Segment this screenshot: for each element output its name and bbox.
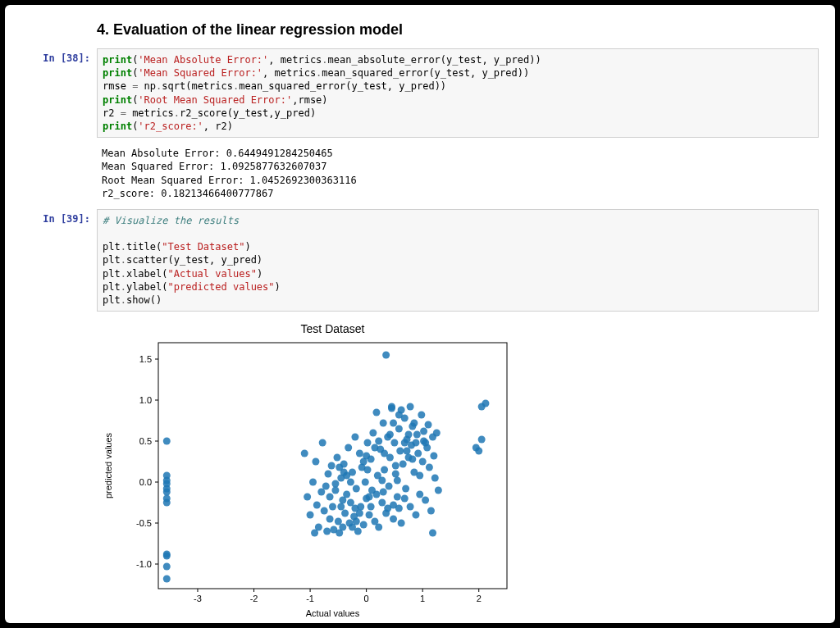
svg-point-83 — [375, 524, 382, 531]
svg-point-176 — [410, 420, 418, 427]
code-cell: In [39]: # Visualize the results plt.tit… — [21, 209, 819, 312]
svg-point-115 — [419, 458, 427, 466]
svg-point-106 — [407, 503, 414, 511]
svg-point-100 — [398, 520, 405, 527]
svg-point-52 — [331, 487, 339, 494]
svg-point-140 — [368, 503, 375, 511]
svg-point-87 — [381, 466, 388, 474]
svg-point-179 — [407, 403, 414, 411]
output-cell: Mean Absolute Error: 0.6449491284250465 … — [21, 144, 819, 203]
svg-point-72 — [360, 521, 368, 529]
notebook-frame: 4. Evaluation of the linear regression m… — [5, 5, 835, 623]
svg-point-178 — [395, 412, 403, 419]
svg-point-141 — [375, 438, 382, 445]
svg-point-59 — [341, 510, 349, 517]
svg-point-165 — [395, 505, 403, 512]
svg-point-40 — [309, 479, 317, 486]
svg-point-101 — [399, 461, 407, 468]
svg-point-98 — [395, 425, 403, 433]
svg-text:-1.0: -1.0 — [136, 559, 152, 569]
svg-point-28 — [163, 551, 171, 558]
svg-point-149 — [394, 477, 401, 485]
svg-point-151 — [409, 456, 416, 463]
svg-point-124 — [431, 475, 439, 482]
svg-point-61 — [345, 444, 352, 452]
svg-point-114 — [418, 412, 425, 419]
svg-point-159 — [337, 503, 345, 511]
svg-point-171 — [363, 453, 370, 460]
svg-point-38 — [304, 494, 311, 501]
svg-point-156 — [313, 502, 321, 509]
svg-point-96 — [392, 471, 399, 478]
svg-point-67 — [353, 485, 360, 493]
svg-point-35 — [163, 472, 171, 480]
svg-point-121 — [427, 507, 435, 515]
svg-point-155 — [392, 462, 399, 470]
svg-point-175 — [401, 439, 409, 447]
code-input[interactable]: print('Mean Absolute Error:', metrics.me… — [97, 48, 819, 138]
svg-point-166 — [405, 431, 413, 439]
svg-point-123 — [430, 453, 437, 460]
svg-text:0: 0 — [364, 594, 369, 603]
svg-text:2: 2 — [477, 594, 482, 603]
svg-point-91 — [386, 483, 393, 490]
svg-point-26 — [163, 563, 171, 571]
svg-point-46 — [321, 507, 328, 515]
svg-point-44 — [317, 489, 325, 496]
svg-point-49 — [326, 516, 334, 523]
svg-point-94 — [390, 516, 397, 523]
svg-point-132 — [478, 436, 486, 444]
svg-point-162 — [351, 505, 358, 512]
svg-text:-0.5: -0.5 — [136, 518, 152, 528]
svg-text:Actual values: Actual values — [306, 608, 360, 618]
svg-point-150 — [401, 495, 409, 503]
svg-point-127 — [429, 530, 436, 537]
svg-point-30 — [163, 495, 171, 503]
svg-point-53 — [333, 454, 340, 462]
svg-point-39 — [307, 512, 314, 519]
svg-point-163 — [366, 494, 373, 501]
svg-text:1.5: 1.5 — [139, 354, 152, 364]
svg-text:Test Dataset: Test Dataset — [301, 322, 365, 335]
code-input[interactable]: # Visualize the results plt.title("Test … — [97, 209, 819, 312]
svg-point-79 — [369, 430, 377, 437]
svg-point-25 — [163, 576, 171, 583]
svg-point-85 — [378, 499, 386, 507]
svg-point-158 — [328, 462, 336, 470]
svg-point-135 — [331, 480, 339, 488]
svg-point-73 — [362, 479, 369, 486]
svg-point-172 — [386, 431, 394, 439]
svg-point-86 — [380, 420, 387, 427]
svg-point-153 — [422, 439, 429, 447]
text-output: Mean Absolute Error: 0.6449491284250465 … — [97, 144, 819, 203]
svg-text:-1: -1 — [306, 594, 314, 603]
svg-point-63 — [347, 499, 354, 507]
svg-point-128 — [388, 403, 395, 411]
svg-text:-3: -3 — [194, 594, 202, 603]
svg-point-45 — [319, 439, 326, 447]
svg-text:1: 1 — [420, 594, 425, 603]
svg-point-36 — [163, 438, 171, 445]
svg-point-168 — [326, 494, 334, 501]
svg-point-160 — [371, 444, 378, 452]
prompt-empty — [21, 144, 97, 203]
svg-point-145 — [364, 466, 372, 474]
svg-point-173 — [403, 448, 410, 455]
svg-point-143 — [347, 479, 354, 486]
svg-point-157 — [322, 483, 330, 490]
svg-point-174 — [390, 420, 397, 427]
svg-point-111 — [413, 431, 421, 439]
svg-point-161 — [378, 477, 386, 485]
svg-point-66 — [351, 434, 358, 441]
svg-point-112 — [414, 450, 422, 457]
svg-point-37 — [301, 450, 308, 457]
svg-point-76 — [366, 512, 373, 519]
svg-point-131 — [475, 448, 482, 455]
code-cell: In [38]: print('Mean Absolute Error:', m… — [21, 48, 819, 138]
chart-output: -3-2-1012-1.0-0.50.00.51.01.5Test Datase… — [97, 318, 819, 621]
svg-point-75 — [364, 439, 372, 447]
svg-point-57 — [339, 524, 346, 531]
scatter-plot: -3-2-1012-1.0-0.50.00.51.01.5Test Datase… — [97, 318, 523, 621]
svg-point-119 — [425, 421, 432, 429]
svg-point-69 — [356, 450, 363, 457]
